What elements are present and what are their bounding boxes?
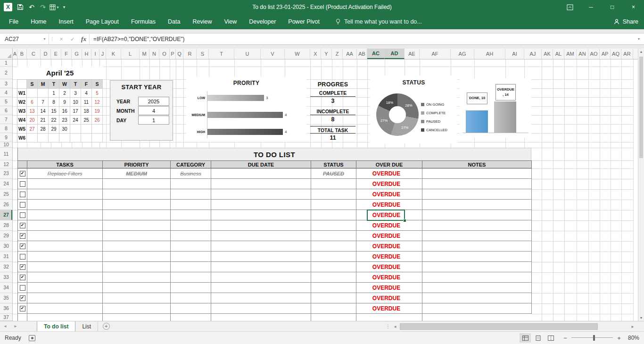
horizontal-scroll-track[interactable] [399, 322, 629, 331]
column-header-T[interactable]: T [209, 49, 234, 59]
column-header-S[interactable]: S [197, 49, 209, 59]
calendar-day-cell[interactable]: 8 [49, 98, 59, 107]
column-header-AA[interactable]: AA [343, 49, 357, 59]
ribbon-tab-page-layout[interactable]: Page Layout [80, 14, 125, 29]
todo-cell-status[interactable] [311, 303, 356, 314]
formula-input[interactable]: =IF(AB27>=0,"DONE","OVERDUE") [90, 34, 634, 44]
row-header-3[interactable]: 3 [0, 79, 12, 88]
todo-cell-status[interactable] [311, 220, 356, 231]
todo-cell-notes[interactable] [422, 241, 532, 252]
formula-cancel-button[interactable]: × [56, 34, 67, 44]
todo-cell-status[interactable] [311, 200, 356, 210]
page-layout-view-button[interactable] [532, 333, 544, 343]
row-header-36[interactable]: 36 [0, 303, 12, 314]
todo-cell-due-date[interactable] [211, 220, 311, 231]
calendar-day-cell[interactable]: 3 [70, 89, 81, 98]
column-header-AO[interactable]: AO [588, 49, 600, 59]
todo-cell-task[interactable] [27, 262, 103, 272]
calendar-day-cell[interactable]: 23 [59, 116, 70, 125]
todo-cell-task[interactable] [27, 293, 103, 303]
checkbox-checked[interactable]: ✔ [20, 233, 25, 239]
calendar-day-cell[interactable] [92, 125, 103, 134]
todo-cell-checkbox[interactable]: ✔ [18, 262, 27, 272]
todo-cell-notes[interactable] [422, 189, 532, 200]
vertical-scroll-thumb[interactable] [639, 57, 643, 158]
column-header-E[interactable]: E [51, 49, 61, 59]
todo-cell-priority[interactable] [103, 252, 171, 262]
select-all-corner[interactable] [0, 49, 13, 59]
maximize-button[interactable]: □ [602, 0, 623, 14]
todo-cell-category[interactable] [171, 262, 211, 272]
ribbon-tab-formulas[interactable]: Formulas [125, 14, 162, 29]
column-header-AI[interactable]: AI [505, 49, 524, 59]
todo-cell-category[interactable] [171, 241, 211, 252]
ribbon-tab-view[interactable]: View [218, 14, 243, 29]
row-header-34[interactable]: 34 [0, 283, 12, 293]
calendar-day-cell[interactable]: 19 [92, 107, 103, 116]
todo-cell-priority[interactable] [103, 262, 171, 272]
column-header-AR[interactable]: AR [621, 49, 633, 59]
checkbox-checked[interactable]: ✔ [20, 295, 25, 301]
row-header-27[interactable]: 27 [0, 210, 12, 220]
calendar-day-cell[interactable]: 10 [70, 98, 81, 107]
row-header-33[interactable]: 33 [0, 272, 12, 283]
todo-cell-checkbox[interactable] [18, 210, 27, 220]
todo-cell-notes[interactable] [422, 231, 532, 241]
row-header-32[interactable]: 32 [0, 262, 12, 272]
calendar-day-cell[interactable]: 15 [49, 107, 59, 116]
todo-cell-category[interactable] [171, 314, 211, 321]
start-year-value-day[interactable]: 1 [138, 116, 169, 125]
todo-cell-task[interactable] [27, 220, 103, 231]
todo-cell-checkbox[interactable] [18, 314, 27, 321]
column-header-I[interactable]: I [91, 49, 99, 59]
todo-cell-due-date[interactable] [211, 283, 311, 293]
scroll-down-button[interactable]: ▼ [638, 316, 644, 319]
name-box[interactable]: AC27 [0, 34, 41, 44]
todo-col-header-category[interactable]: CATEGORY [171, 160, 211, 168]
todo-cell-task[interactable] [27, 210, 103, 220]
todo-cell-checkbox[interactable] [18, 179, 27, 189]
row-header-28[interactable]: 28 [0, 220, 12, 231]
calendar-day-cell[interactable]: 1 [49, 89, 59, 98]
qat-custom-button[interactable]: ▾ [49, 0, 59, 14]
row-header-26[interactable]: 26 [0, 200, 12, 210]
column-header-H[interactable]: H [82, 49, 91, 59]
row-header-10[interactable]: 10 [0, 142, 12, 148]
todo-cell-overdue[interactable]: OVERDUE [356, 179, 422, 189]
minimize-button[interactable]: ─ [580, 0, 602, 14]
todo-cell-priority[interactable] [103, 200, 171, 210]
calendar-day-cell[interactable]: 20 [27, 116, 38, 125]
todo-cell-checkbox[interactable]: ✔ [18, 293, 27, 303]
row-header-23[interactable]: 23 [0, 168, 12, 179]
todo-cell-due-date[interactable] [211, 231, 311, 241]
column-header-Q[interactable]: Q [176, 49, 183, 59]
priority-chart[interactable]: PRORITY LOW3MEDIUM4HIGH4 [186, 77, 306, 142]
todo-cell-overdue[interactable]: OVERDUE [356, 293, 422, 303]
calendar-day-cell[interactable]: 7 [38, 98, 49, 107]
calendar-day-cell[interactable]: 25 [81, 116, 92, 125]
start-year-value-month[interactable]: 4 [138, 106, 169, 115]
todo-cell-checkbox[interactable]: ✔ [18, 231, 27, 241]
todo-cell-status[interactable] [311, 179, 356, 189]
row-header-31[interactable]: 31 [0, 252, 12, 262]
todo-cell-checkbox[interactable]: ✔ [18, 241, 27, 252]
calendar-day-cell[interactable]: 24 [70, 116, 81, 125]
todo-cell-status[interactable] [311, 252, 356, 262]
column-header-AM[interactable]: AM [564, 49, 577, 59]
column-header-AN[interactable]: AN [577, 49, 588, 59]
todo-col-header-status[interactable]: STATUS [311, 160, 356, 168]
column-header-M[interactable]: M [140, 49, 149, 59]
todo-cell-task[interactable] [27, 314, 103, 321]
todo-cell-priority[interactable] [103, 210, 171, 220]
todo-cell-category[interactable] [171, 303, 211, 314]
todo-cell-task[interactable] [27, 252, 103, 262]
ribbon-tab-insert[interactable]: Insert [53, 14, 80, 29]
calendar-day-cell[interactable]: 17 [70, 107, 81, 116]
todo-cell-priority[interactable]: MEDIUM [103, 168, 171, 179]
checkbox-unchecked[interactable] [20, 202, 25, 208]
row-header-30[interactable]: 30 [0, 241, 12, 252]
row-header-5[interactable]: 5 [0, 97, 12, 106]
todo-cell-overdue[interactable] [356, 314, 422, 321]
calendar-day-cell[interactable]: 14 [38, 107, 49, 116]
todo-cell-status[interactable] [311, 241, 356, 252]
